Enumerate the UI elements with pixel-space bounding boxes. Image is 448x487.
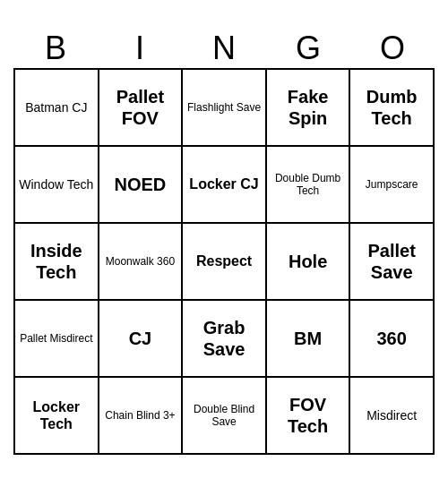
grid-cell-r3-c3: BM xyxy=(266,300,349,377)
grid-cell-r3-c2: Grab Save xyxy=(182,300,266,377)
grid-cell-r2-c1: Moonwalk 360 xyxy=(99,223,183,300)
grid-cell-r4-c4: Misdirect xyxy=(349,377,434,454)
grid-cell-r4-c1: Chain Blind 3+ xyxy=(99,377,183,454)
grid-cell-r4-c0: Locker Tech xyxy=(14,377,99,454)
grid-cell-r3-c0: Pallet Misdirect xyxy=(14,300,99,377)
grid-cell-r3-c4: 360 xyxy=(349,300,434,377)
grid-cell-r4-c2: Double Blind Save xyxy=(182,377,266,454)
grid-cell-r1-c4: Jumpscare xyxy=(349,146,434,223)
grid-cell-r1-c2: Locker CJ xyxy=(182,146,266,223)
grid-cell-r1-c0: Window Tech xyxy=(14,146,99,223)
grid-cell-r0-c0: Batman CJ xyxy=(14,69,99,146)
bingo-header: B I N G O xyxy=(13,32,435,64)
bingo-grid: Batman CJPallet FOVFlashlight SaveFake S… xyxy=(13,68,435,455)
grid-cell-r3-c1: CJ xyxy=(99,300,183,377)
grid-cell-r4-c3: FOV Tech xyxy=(266,377,349,454)
header-o: O xyxy=(352,32,433,64)
grid-cell-r1-c3: Double Dumb Tech xyxy=(266,146,349,223)
grid-cell-r2-c4: Pallet Save xyxy=(349,223,434,300)
grid-cell-r0-c4: Dumb Tech xyxy=(349,69,434,146)
header-b: B xyxy=(15,32,96,64)
grid-cell-r2-c3: Hole xyxy=(266,223,349,300)
bingo-card: B I N G O Batman CJPallet FOVFlashlight … xyxy=(13,32,435,455)
grid-cell-r2-c2: Respect xyxy=(182,223,266,300)
grid-cell-r0-c2: Flashlight Save xyxy=(182,69,266,146)
grid-cell-r1-c1: NOED xyxy=(99,146,183,223)
grid-cell-r0-c3: Fake Spin xyxy=(266,69,349,146)
grid-cell-r0-c1: Pallet FOV xyxy=(99,69,183,146)
header-n: N xyxy=(184,32,264,64)
header-g: G xyxy=(268,32,349,64)
grid-cell-r2-c0: Inside Tech xyxy=(14,223,99,300)
header-i: I xyxy=(99,32,180,64)
